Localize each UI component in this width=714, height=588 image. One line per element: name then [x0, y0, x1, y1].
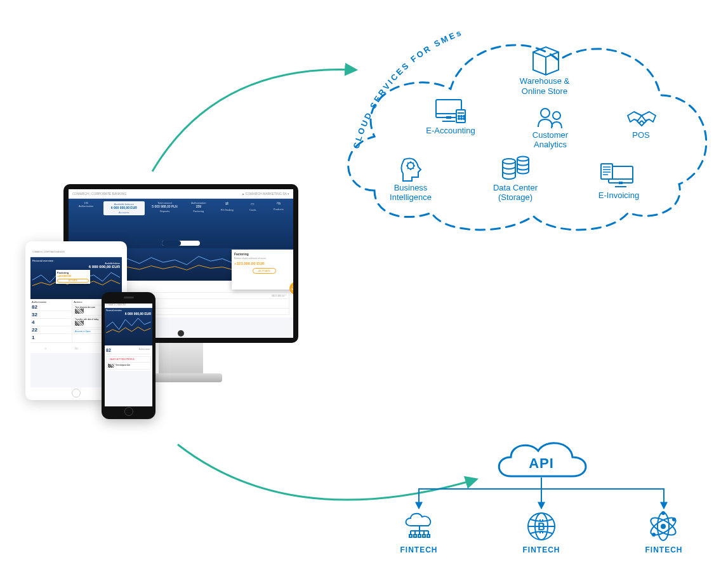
pos-icon [628, 112, 656, 126]
svg-text:(Storage): (Storage) [498, 192, 532, 202]
svg-text:Online Store: Online Store [522, 86, 567, 96]
svg-text:Business: Business [394, 183, 428, 192]
svg-text:Customer: Customer [532, 130, 569, 140]
svg-rect-59 [423, 535, 425, 537]
svg-rect-58 [418, 535, 421, 537]
arrow-to-cloud [152, 69, 355, 171]
diagram-overlay: CLOUD SERVICES FOR SMEs Warehouse & Onli… [0, 0, 714, 588]
svg-point-11 [458, 118, 459, 119]
svg-text:Warehouse &: Warehouse & [520, 76, 570, 86]
svg-point-10 [463, 116, 465, 117]
svg-text:E-Accounting: E-Accounting [426, 126, 475, 135]
svg-point-74 [661, 525, 665, 528]
svg-point-8 [458, 116, 459, 117]
svg-text:B: B [538, 521, 545, 532]
svg-point-75 [672, 518, 676, 521]
customer-analytics-icon [538, 109, 562, 128]
svg-line-28 [413, 168, 414, 170]
arrow-to-api [178, 444, 476, 500]
svg-rect-41 [601, 164, 612, 179]
fintech-atom-icon [648, 511, 678, 540]
svg-text:Intelligence: Intelligence [390, 192, 432, 202]
svg-rect-57 [414, 535, 416, 537]
svg-line-30 [407, 168, 409, 170]
svg-text:FINTECH: FINTECH [523, 545, 560, 554]
svg-text:FINTECH: FINTECH [400, 545, 438, 554]
svg-text:POS: POS [632, 130, 650, 140]
svg-text:E-Invoicing: E-Invoicing [598, 190, 639, 200]
svg-text:API: API [529, 455, 554, 471]
svg-point-13 [463, 118, 465, 119]
datacenter-icon [503, 157, 529, 180]
svg-point-16 [553, 112, 560, 119]
svg-line-27 [407, 163, 409, 164]
svg-point-33 [503, 159, 515, 164]
svg-point-77 [661, 511, 665, 515]
svg-rect-56 [409, 535, 412, 537]
svg-point-34 [517, 157, 529, 161]
fintech-cloud-network-icon [406, 514, 431, 537]
svg-point-76 [652, 533, 656, 537]
svg-text:Data Center: Data Center [493, 183, 538, 192]
einvoicing-icon [601, 164, 633, 187]
api-cloud: API [499, 443, 586, 476]
svg-text:FINTECH: FINTECH [645, 545, 683, 554]
svg-rect-60 [427, 535, 430, 537]
bi-icon [401, 159, 421, 182]
svg-point-15 [541, 109, 550, 117]
svg-point-9 [461, 116, 462, 117]
eaccounting-icon [436, 100, 465, 123]
svg-line-20 [642, 121, 644, 123]
svg-point-12 [461, 118, 462, 119]
svg-text:Analytics: Analytics [534, 140, 567, 149]
svg-line-29 [413, 163, 414, 164]
fintech-globe-icon: B [528, 513, 555, 540]
